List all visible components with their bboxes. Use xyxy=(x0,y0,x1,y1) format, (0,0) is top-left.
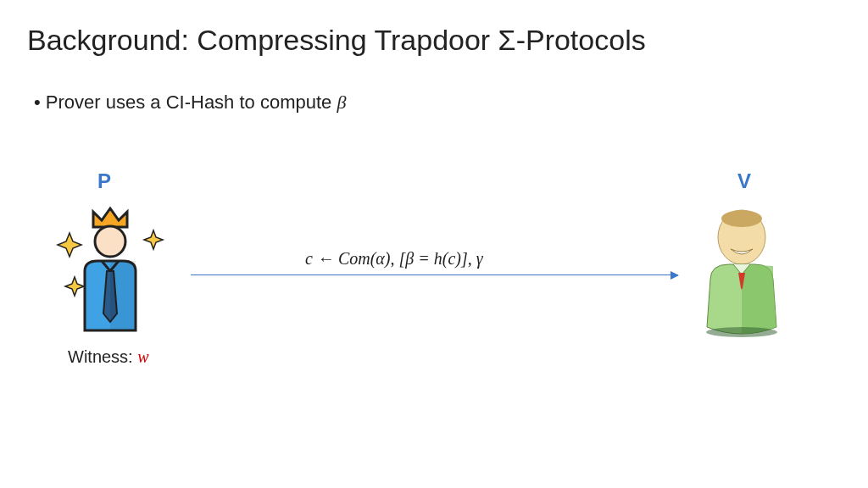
bullet-line: Prover uses a CI-Hash to compute β xyxy=(51,92,346,114)
svg-point-3 xyxy=(706,327,777,337)
svg-point-2 xyxy=(721,210,762,227)
verifier-label: V xyxy=(737,169,751,193)
slide-title: Background: Compressing Trapdoor Σ-Proto… xyxy=(27,24,646,57)
prover-label: P xyxy=(97,169,111,193)
message-formula: c ← Com(α), [β = h(c)], γ xyxy=(305,249,483,269)
witness-text: Witness: xyxy=(68,347,137,366)
prover-icon xyxy=(51,203,170,342)
bullet-text: Prover uses a CI-Hash to compute xyxy=(46,92,337,113)
witness-symbol: w xyxy=(137,347,148,366)
bullet-symbol: β xyxy=(337,92,346,113)
witness-label: Witness: w xyxy=(68,347,149,367)
svg-point-0 xyxy=(95,226,125,257)
message-arrow xyxy=(191,274,678,275)
verifier-icon xyxy=(695,203,788,342)
